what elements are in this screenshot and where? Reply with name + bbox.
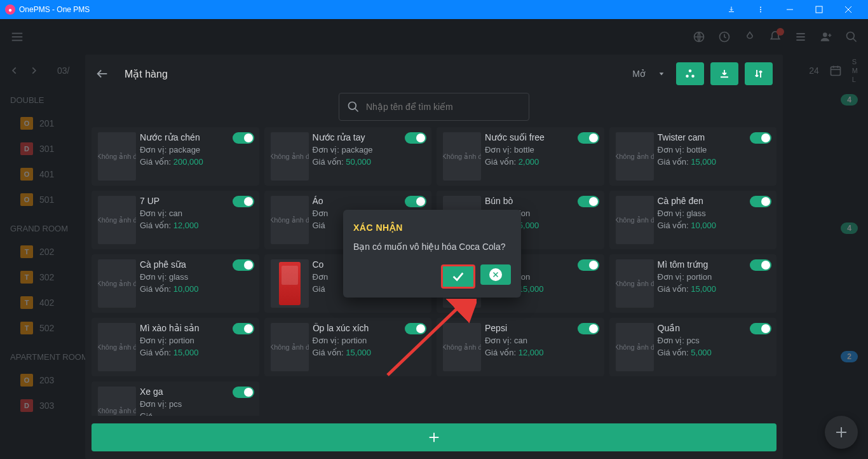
item-card[interactable]: Không ảnh đMì tôm trứngĐơn vị: portionGi… bbox=[609, 254, 777, 313]
close-button[interactable] bbox=[834, 0, 863, 19]
item-unit: Đơn vị: package bbox=[140, 145, 253, 154]
back-button[interactable] bbox=[95, 67, 109, 81]
item-price: Giá vốn: 50,000 bbox=[313, 157, 426, 167]
section-count: 4 bbox=[841, 94, 858, 106]
svg-line-28 bbox=[355, 109, 358, 112]
room-number: 201 bbox=[39, 118, 54, 128]
item-toggle[interactable] bbox=[233, 132, 254, 144]
item-unit: Đơn vị: pcs bbox=[140, 399, 253, 409]
confirm-title: XÁC NHẬN bbox=[353, 223, 511, 233]
maximize-button[interactable] bbox=[804, 0, 834, 19]
add-user-icon[interactable] bbox=[820, 31, 832, 43]
prev-day-button[interactable] bbox=[10, 66, 19, 75]
section-name: DOUBLE bbox=[10, 95, 44, 105]
item-price: Giá vốn: 12,000 bbox=[485, 348, 598, 357]
search-icon[interactable] bbox=[845, 31, 858, 43]
app-header bbox=[0, 19, 868, 55]
item-toggle[interactable] bbox=[405, 323, 426, 334]
item-card[interactable]: Không ảnh đNước rửa tayĐơn vị: packageGi… bbox=[264, 127, 432, 186]
size-m[interactable]: M bbox=[852, 67, 858, 74]
item-unit: Đơn vị: glass bbox=[140, 272, 253, 282]
globe-icon[interactable] bbox=[693, 31, 705, 43]
filter-label: Mở bbox=[632, 69, 646, 79]
calendar-icon[interactable] bbox=[829, 64, 842, 77]
item-price: Giá vốn: 200,000 bbox=[140, 157, 253, 167]
minimize-button[interactable] bbox=[775, 0, 804, 19]
item-card[interactable]: Không ảnh đ7 UPĐơn vị: canGiá vốn: 12,00… bbox=[92, 191, 259, 249]
item-toggle[interactable] bbox=[750, 132, 771, 144]
item-toggle[interactable] bbox=[233, 323, 254, 334]
item-price: Giá vốn: 10,000 bbox=[658, 221, 771, 230]
clock-icon[interactable] bbox=[718, 31, 731, 43]
item-toggle[interactable] bbox=[578, 323, 599, 334]
list-icon[interactable] bbox=[794, 31, 807, 43]
item-card[interactable]: Không ảnh đỐp la xúc xíchĐơn vị: portion… bbox=[264, 318, 432, 376]
item-card[interactable]: Không ảnh đMì xào hải sảnĐơn vị: portion… bbox=[92, 318, 259, 376]
section-name: GRAND ROOM bbox=[10, 224, 68, 233]
item-toggle[interactable] bbox=[578, 196, 599, 207]
download-icon[interactable] bbox=[717, 0, 746, 19]
item-card[interactable]: Không ảnh đXe gaĐơn vị: pcsGiá bbox=[92, 381, 259, 416]
item-toggle[interactable] bbox=[750, 259, 771, 271]
svg-point-16 bbox=[847, 32, 855, 40]
item-no-image: Không ảnh đ bbox=[271, 323, 309, 371]
item-toggle[interactable] bbox=[405, 132, 426, 144]
item-unit: Đơn vị: package bbox=[313, 145, 426, 154]
item-unit: Đơn vị: can bbox=[140, 209, 253, 218]
next-day-button[interactable] bbox=[29, 66, 38, 75]
filter-dropdown[interactable]: Mở bbox=[627, 69, 670, 79]
item-toggle[interactable] bbox=[578, 132, 599, 144]
item-toggle[interactable] bbox=[578, 259, 599, 271]
category-button[interactable] bbox=[676, 62, 704, 85]
sort-button[interactable] bbox=[745, 62, 773, 85]
section-name: APARTMENT ROOM bbox=[10, 352, 88, 362]
item-card[interactable]: Không ảnh đPepsiĐơn vị: canGiá vốn: 12,0… bbox=[437, 318, 604, 376]
svg-point-26 bbox=[691, 75, 695, 78]
room-status-badge: T bbox=[20, 296, 33, 309]
more-icon[interactable] bbox=[746, 0, 775, 19]
svg-point-25 bbox=[686, 75, 689, 78]
item-card[interactable]: Không ảnh đCà phê sữaĐơn vị: glassGiá vố… bbox=[92, 254, 259, 313]
item-toggle[interactable] bbox=[233, 387, 254, 398]
item-toggle[interactable] bbox=[233, 196, 254, 207]
size-s[interactable]: S bbox=[852, 58, 858, 65]
titlebar: ● OnePMS - One PMS bbox=[0, 0, 868, 19]
item-no-image: Không ảnh đ bbox=[98, 196, 136, 244]
item-no-image: Không ảnh đ bbox=[616, 196, 654, 244]
item-card[interactable]: Không ảnh đNước rửa chénĐơn vị: packageG… bbox=[92, 127, 259, 186]
item-price: Giá vốn: 15,000 bbox=[313, 348, 426, 357]
hamburger-icon[interactable] bbox=[10, 30, 24, 44]
item-price: Giá vốn: 2,000 bbox=[485, 157, 598, 167]
item-toggle[interactable] bbox=[750, 323, 771, 334]
item-card[interactable]: Không ảnh đTwister camĐơn vị: bottleGiá … bbox=[609, 127, 777, 186]
item-card[interactable]: Không ảnh đCà phê đenĐơn vị: glassGiá vố… bbox=[609, 191, 777, 249]
water-icon[interactable] bbox=[743, 31, 756, 43]
item-card[interactable]: Không ảnh đNước suối freeĐơn vị: bottleG… bbox=[437, 127, 604, 186]
confirm-ok-button[interactable] bbox=[441, 264, 475, 289]
room-status-badge: D bbox=[20, 399, 33, 412]
item-toggle[interactable] bbox=[233, 259, 254, 271]
download-button[interactable] bbox=[710, 62, 738, 85]
confirm-cancel-button[interactable] bbox=[480, 264, 511, 285]
search-box[interactable] bbox=[339, 93, 529, 121]
bell-icon[interactable] bbox=[769, 31, 782, 43]
item-card[interactable]: Không ảnh đQuầnĐơn vị: pcsGiá vốn: 5,000 bbox=[609, 318, 777, 376]
search-input[interactable] bbox=[366, 102, 521, 112]
item-no-image: Không ảnh đ bbox=[98, 387, 136, 416]
room-number: 402 bbox=[39, 298, 54, 308]
date-right: 24 bbox=[809, 65, 819, 76]
fab-add-button[interactable] bbox=[825, 416, 858, 449]
item-toggle[interactable] bbox=[405, 196, 426, 207]
size-l[interactable]: L bbox=[852, 76, 858, 83]
add-item-button[interactable] bbox=[92, 423, 776, 451]
room-status-badge: O bbox=[20, 117, 33, 130]
svg-point-24 bbox=[689, 69, 692, 72]
item-unit: Đơn vị: glass bbox=[658, 209, 771, 218]
item-unit: Đơn vị: portion bbox=[658, 272, 771, 282]
item-toggle[interactable] bbox=[750, 196, 771, 207]
item-price: Giá bbox=[140, 411, 253, 416]
item-price: Giá vốn: 15,000 bbox=[140, 348, 253, 357]
item-price: Giá vốn: 5,000 bbox=[658, 348, 771, 357]
item-unit: Đơn vị: portion bbox=[313, 336, 426, 345]
room-status-badge: O bbox=[20, 374, 33, 387]
